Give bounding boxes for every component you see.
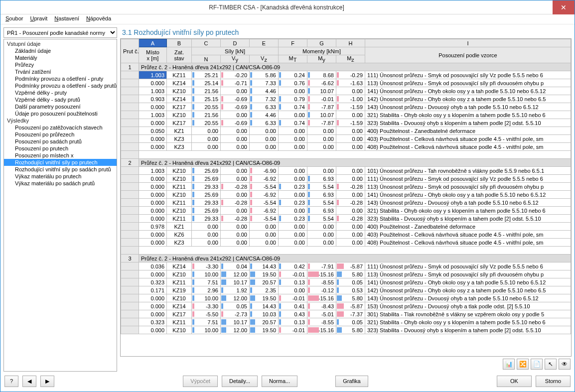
row-gutter[interactable] [121, 119, 139, 127]
cell[interactable]: 0.00 [221, 143, 250, 151]
cell-zat[interactable]: KZ11 [167, 215, 192, 223]
cell-text[interactable]: 403) Použitelnost - Celková návrhová sit… [365, 135, 571, 143]
cell[interactable]: -0.01 [279, 326, 307, 334]
cell[interactable]: 20.57 [250, 278, 279, 286]
tree-item[interactable]: Posouzení po prutech [4, 145, 117, 152]
row-gutter[interactable] [121, 103, 139, 111]
cell-x[interactable]: 1.003 [139, 167, 167, 175]
cell-zat[interactable]: KZ10 [167, 167, 192, 175]
cell-zat[interactable]: KZ10 [167, 270, 192, 278]
cell[interactable]: 2.96 [192, 286, 221, 294]
cell[interactable]: 0.74 [279, 103, 307, 111]
cell[interactable]: 0.00 [336, 135, 365, 143]
cell[interactable]: 0.00 [279, 167, 307, 175]
cell[interactable]: 25.69 [192, 207, 221, 215]
cell-text[interactable]: 301) Stabilita - Tlak rovnoběžně s vlákn… [365, 310, 571, 318]
cell[interactable]: -0.28 [336, 215, 365, 223]
cell[interactable]: 0.00 [250, 127, 279, 135]
cell[interactable]: 0.00 [250, 223, 279, 231]
cell-text[interactable]: 143) Únosnost průřezu - Dvouosý ohyb a t… [365, 103, 571, 111]
tree-item[interactable]: Vzpěrné délky - sady prutů [4, 96, 117, 103]
cell[interactable]: 0.00 [307, 143, 336, 151]
cell[interactable]: -0.01 [279, 270, 307, 278]
cell[interactable]: 0.00 [192, 223, 221, 231]
cell[interactable]: 0.00 [221, 223, 250, 231]
table-row[interactable]: 0.000KZ1010.0012.0019.50-0.01-15.165.803… [121, 326, 571, 334]
cell-x[interactable]: 0.000 [139, 294, 167, 302]
cell[interactable]: -0.28 [221, 215, 250, 223]
col-misto[interactable]: Místox [m] [139, 47, 167, 63]
cell[interactable]: 6.33 [250, 119, 279, 127]
cell-text[interactable]: 400) Použitelnost - Zanedbatelné deforma… [365, 223, 571, 231]
cell[interactable]: 0.00 [192, 239, 221, 247]
cell-zat[interactable]: KZ10 [167, 294, 192, 302]
cell[interactable]: 0.00 [250, 135, 279, 143]
row-gutter[interactable] [121, 294, 139, 302]
cell-zat[interactable]: KZ14 [167, 302, 192, 310]
cell[interactable]: 0.00 [336, 87, 365, 95]
tree-item[interactable]: Další parametry posouzení [4, 103, 117, 110]
table-row[interactable]: 0.978KZ10.000.000.000.000.000.00400) Pou… [121, 223, 571, 231]
cell[interactable]: 0.00 [307, 239, 336, 247]
cell-zat[interactable]: KZ19 [167, 286, 192, 294]
cell[interactable]: 0.23 [279, 199, 307, 207]
cell[interactable]: 10.17 [221, 278, 250, 286]
details-button[interactable]: Detaily... [222, 376, 258, 387]
col-letter[interactable]: I [365, 39, 571, 47]
cell[interactable]: -5.54 [250, 199, 279, 207]
row-gutter[interactable] [121, 143, 139, 151]
table-row[interactable]: 0.000KZ1129.33-0.28-5.540.235.54-0.28143… [121, 199, 571, 207]
cell[interactable]: 7.51 [192, 318, 221, 326]
col-letter-a[interactable]: A [139, 39, 167, 47]
cell[interactable]: 25.69 [192, 175, 221, 183]
table-row[interactable]: 0.000KZ14-3.300.0514.430.41-8.43-5.87153… [121, 302, 571, 310]
cell[interactable]: -15.16 [307, 294, 336, 302]
row-gutter[interactable] [121, 127, 139, 135]
cell[interactable]: 10.03 [250, 310, 279, 318]
cell[interactable]: 0.42 [279, 262, 307, 270]
cell[interactable]: -8.55 [307, 318, 336, 326]
cell[interactable]: 25.14 [192, 79, 221, 87]
case-combo[interactable]: PŘ1 - Posouzení podle kanadské normy [3, 27, 117, 38]
cell[interactable]: 2.35 [250, 286, 279, 294]
results-grid[interactable]: Prut č. A B C D E F G H I Místox [ [120, 38, 572, 357]
cell[interactable]: 29.33 [192, 199, 221, 207]
cell[interactable]: -6.92 [250, 175, 279, 183]
cell[interactable]: -8.55 [307, 278, 336, 286]
cell[interactable]: -0.01 [279, 294, 307, 302]
cell[interactable]: -7.87 [307, 103, 336, 111]
cell-zat[interactable]: KZ10 [167, 207, 192, 215]
cell[interactable]: -0.69 [221, 119, 250, 127]
cell-x[interactable]: 0.000 [139, 231, 167, 239]
cell[interactable]: 29.33 [192, 215, 221, 223]
row-gutter[interactable] [121, 318, 139, 326]
col-letter[interactable]: F [279, 39, 307, 47]
cell-text[interactable]: 141) Únosnost průřezu - Ohyb okolo osy y… [365, 87, 571, 95]
cell-text[interactable]: 101) Únosnost průřezu - Tah rovnoběžně s… [365, 167, 571, 175]
cell[interactable]: -15.16 [307, 326, 336, 334]
table-row[interactable]: 0.000KZ1010.0012.0019.50-0.01-15.165.801… [121, 270, 571, 278]
row-gutter[interactable] [121, 167, 139, 175]
cell[interactable]: -0.12 [307, 286, 336, 294]
cell-zat[interactable]: KZ14 [167, 95, 192, 103]
table-row[interactable]: 0.000KZ1025.690.00-6.920.006.930.00141) … [121, 191, 571, 199]
cell[interactable]: 0.79 [279, 95, 307, 103]
cell[interactable]: 0.05 [336, 318, 365, 326]
table-row[interactable]: 0.050KZ10.000.000.000.000.000.00400) Pou… [121, 127, 571, 135]
cell[interactable]: 0.00 [279, 175, 307, 183]
cell[interactable]: 19.50 [250, 326, 279, 334]
row-gutter[interactable] [121, 111, 139, 119]
calc-button[interactable]: Výpočet [183, 376, 218, 387]
cell[interactable]: -1.00 [336, 95, 365, 103]
cell[interactable]: 29.33 [192, 183, 221, 191]
tree-item[interactable]: Podmínky provozu a ošetření - pruty [4, 75, 117, 82]
cell[interactable]: 6.93 [307, 175, 336, 183]
tree-item[interactable]: Rozhodující vnitřní síly po sadách prutů [4, 166, 117, 173]
cell[interactable]: 10.07 [307, 111, 336, 119]
cell[interactable]: -5.87 [336, 262, 365, 270]
cell-x[interactable]: 0.050 [139, 127, 167, 135]
cell-x[interactable]: 0.000 [139, 199, 167, 207]
col-n[interactable]: N [192, 55, 221, 63]
cell[interactable]: 0.00 [336, 167, 365, 175]
table-row[interactable]: 0.000KZ30.000.000.000.000.000.00408) Pou… [121, 143, 571, 151]
